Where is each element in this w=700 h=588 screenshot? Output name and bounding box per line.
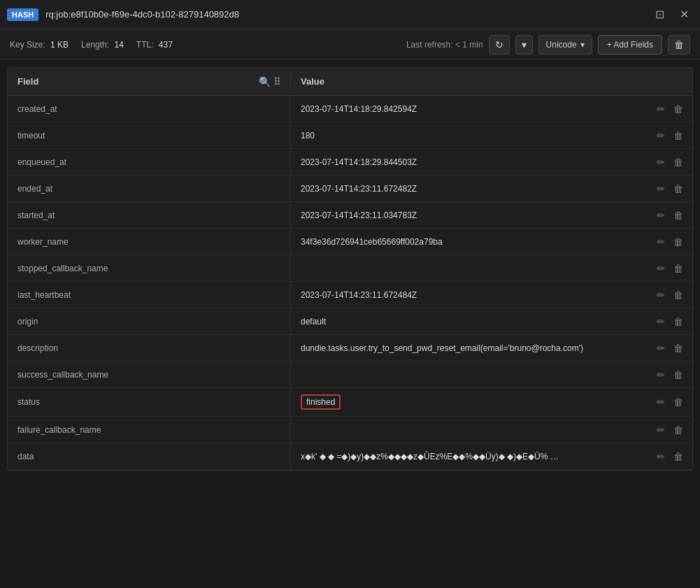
- table-row: last_heartbeat2023-07-14T14:23:11.672484…: [8, 282, 692, 308]
- refresh-dropdown-chevron[interactable]: ▾: [515, 35, 533, 55]
- table-row: success_callback_name✏🗑: [8, 361, 692, 388]
- delete-all-button[interactable]: 🗑: [668, 35, 690, 55]
- value-cell: default: [291, 308, 648, 334]
- delete-field-button[interactable]: 🗑: [671, 314, 685, 329]
- chevron-down-icon: ▾: [522, 39, 527, 50]
- encoding-label: Unicode: [546, 40, 577, 50]
- delete-field-button[interactable]: 🗑: [671, 155, 685, 170]
- edit-field-button[interactable]: ✏: [655, 367, 667, 382]
- delete-icon: 🗑: [673, 183, 683, 194]
- encoding-dropdown[interactable]: Unicode ▾: [538, 35, 592, 55]
- value-cell: 2023-07-14T14:18:29.844503Z: [291, 149, 648, 175]
- field-cell: data: [8, 443, 291, 469]
- edit-field-button[interactable]: ✏: [655, 394, 667, 410]
- title-bar: HASH rq:job:e8f10b0e-f69e-4dc0-b102-8279…: [0, 0, 700, 29]
- delete-icon: 🗑: [673, 210, 683, 221]
- delete-field-button[interactable]: 🗑: [671, 261, 685, 276]
- close-button[interactable]: ✕: [676, 6, 693, 23]
- delete-icon: 🗑: [673, 316, 683, 327]
- field-cell: created_at: [8, 96, 291, 122]
- table-row: started_at2023-07-14T14:23:11.034783Z✏🗑: [8, 202, 692, 229]
- row-actions: ✏🗑: [648, 361, 692, 387]
- field-cell: description: [8, 335, 291, 361]
- delete-field-button[interactable]: 🗑: [671, 367, 685, 382]
- row-actions: ✏🗑: [648, 443, 692, 469]
- delete-field-button[interactable]: 🗑: [671, 449, 685, 464]
- field-cell: failure_callback_name: [8, 417, 291, 443]
- edit-field-button[interactable]: ✏: [655, 261, 667, 276]
- edit-field-button[interactable]: ✏: [655, 155, 667, 170]
- row-actions: ✏🗑: [648, 308, 692, 334]
- edit-icon: ✏: [657, 157, 665, 168]
- edit-icon: ✏: [657, 451, 665, 462]
- field-search-icon[interactable]: 🔍: [259, 76, 271, 87]
- delete-icon: 🗑: [673, 130, 683, 141]
- edit-field-button[interactable]: ✏: [655, 449, 667, 464]
- delete-field-button[interactable]: 🗑: [671, 208, 685, 223]
- edit-icon: ✏: [657, 210, 665, 221]
- meta-bar: Key Size: 1 KB Length: 14 TTL: 437 Last …: [0, 29, 700, 60]
- value-cell: [291, 417, 648, 443]
- edit-field-button[interactable]: ✏: [655, 128, 667, 143]
- encoding-chevron-icon: ▾: [580, 40, 585, 50]
- delete-icon: 🗑: [673, 396, 683, 408]
- add-fields-label: + Add Fields: [607, 40, 653, 50]
- value-cell: 2023-07-14T14:18:29.842594Z: [291, 96, 648, 122]
- row-actions: ✏🗑: [648, 335, 692, 361]
- edit-field-button[interactable]: ✏: [655, 101, 667, 117]
- edit-icon: ✏: [657, 236, 665, 248]
- edit-field-button[interactable]: ✏: [655, 234, 667, 250]
- delete-icon: 🗑: [673, 103, 683, 115]
- table-row: statusfinished✏🗑: [8, 388, 692, 417]
- delete-icon: 🗑: [673, 236, 683, 248]
- column-resize-handle[interactable]: ⠿: [273, 76, 280, 87]
- table-row: datax◆k' ◆ ◆ =◆)◆y)◆◆z%◆◆◆◆z◆ÛEz%E◆◆%◆◆Ü…: [8, 443, 692, 470]
- field-cell: status: [8, 388, 291, 416]
- delete-field-button[interactable]: 🗑: [671, 287, 685, 303]
- value-cell: [291, 361, 648, 387]
- edit-field-button[interactable]: ✏: [655, 422, 667, 438]
- edit-field-button[interactable]: ✏: [655, 287, 667, 303]
- row-actions: ✏🗑: [648, 96, 692, 122]
- delete-field-button[interactable]: 🗑: [671, 181, 685, 196]
- edit-icon: ✏: [657, 316, 665, 327]
- field-cell: origin: [8, 308, 291, 334]
- edit-icon: ✏: [657, 424, 665, 436]
- key-name: rq:job:e8f10b0e-f69e-4dc0-b102-827914089…: [45, 9, 644, 20]
- delete-field-button[interactable]: 🗑: [671, 101, 685, 117]
- edit-field-button[interactable]: ✏: [655, 181, 667, 196]
- edit-field-button[interactable]: ✏: [655, 340, 667, 356]
- table-body: created_at2023-07-14T14:18:29.842594Z✏🗑t…: [8, 96, 692, 470]
- row-actions: ✏🗑: [648, 388, 692, 416]
- value-cell: dundie.tasks.user.try_to_send_pwd_reset_…: [291, 335, 648, 361]
- delete-field-button[interactable]: 🗑: [671, 234, 685, 250]
- delete-field-button[interactable]: 🗑: [671, 394, 685, 410]
- row-actions: ✏🗑: [648, 122, 692, 148]
- row-actions: ✏🗑: [648, 175, 692, 201]
- edit-field-button[interactable]: ✏: [655, 208, 667, 223]
- table-row: enqueued_at2023-07-14T14:18:29.844503Z✏🗑: [8, 149, 692, 175]
- edit-icon: ✏: [657, 343, 665, 354]
- delete-field-button[interactable]: 🗑: [671, 340, 685, 356]
- add-fields-button[interactable]: + Add Fields: [598, 35, 662, 55]
- delete-field-button[interactable]: 🗑: [671, 422, 685, 438]
- edit-field-button[interactable]: ✏: [655, 314, 667, 329]
- delete-icon: 🗑: [673, 451, 683, 462]
- field-cell: started_at: [8, 202, 291, 228]
- value-cell: 2023-07-14T14:23:11.672482Z: [291, 175, 648, 201]
- field-cell: ended_at: [8, 175, 291, 201]
- value-cell: 2023-07-14T14:23:11.034783Z: [291, 202, 648, 228]
- field-cell: enqueued_at: [8, 149, 291, 175]
- field-cell: success_callback_name: [8, 361, 291, 387]
- table-row: failure_callback_name✏🗑: [8, 417, 692, 443]
- edit-icon: ✏: [657, 369, 665, 380]
- delete-field-button[interactable]: 🗑: [671, 128, 685, 143]
- meta-right: Last refresh: < 1 min ↻ ▾ Unicode ▾ + Ad…: [406, 35, 690, 55]
- delete-all-icon: 🗑: [674, 39, 684, 50]
- field-cell: last_heartbeat: [8, 282, 291, 308]
- expand-button[interactable]: ⊡: [651, 6, 669, 23]
- field-cell: worker_name: [8, 229, 291, 254]
- refresh-button[interactable]: ↻: [489, 35, 510, 55]
- table-row: stopped_callback_name✏🗑: [8, 255, 692, 282]
- field-header-label: Field: [17, 76, 38, 87]
